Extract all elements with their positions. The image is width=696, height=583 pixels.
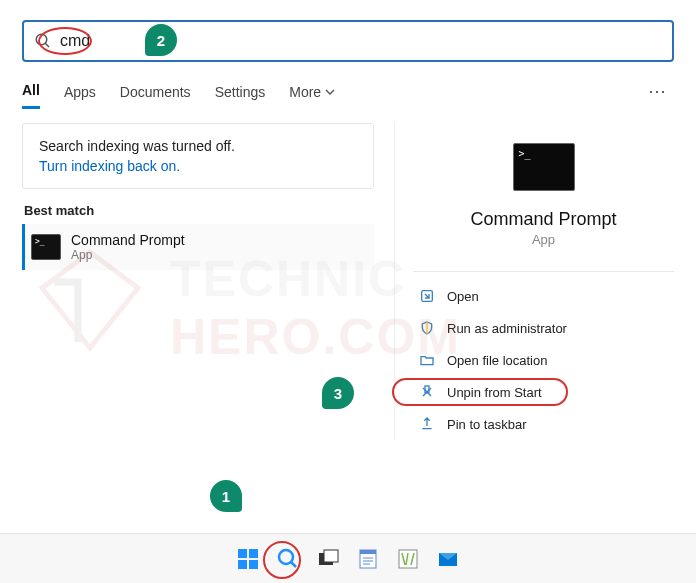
preview-title: Command Prompt [470,209,616,230]
annotation-ring-search [38,27,92,55]
notepad-plus-icon [396,547,420,571]
svg-rect-4 [238,549,247,558]
tab-settings[interactable]: Settings [215,76,266,108]
svg-rect-7 [249,560,258,569]
mail-button[interactable] [434,545,462,573]
notice-text: Search indexing was turned off. [39,138,357,154]
folder-icon [419,352,435,368]
callout-3: 3 [322,377,354,409]
command-prompt-icon [31,234,61,260]
start-button[interactable] [234,545,262,573]
search-box[interactable] [22,20,674,62]
svg-rect-11 [324,550,338,562]
search-row [0,0,696,74]
action-open-loc-label: Open file location [447,353,547,368]
pin-icon [419,416,435,432]
best-match-label: Best match [24,203,374,218]
command-prompt-large-icon [513,143,575,191]
svg-rect-6 [238,560,247,569]
task-view-button[interactable] [314,545,342,573]
mail-icon [436,547,460,571]
divider [413,271,674,272]
tab-apps[interactable]: Apps [64,76,96,108]
tabs-row: All Apps Documents Settings More ⋯ [0,74,696,109]
shield-icon [419,320,435,336]
action-run-admin[interactable]: Run as administrator [413,312,674,344]
result-title: Command Prompt [71,232,185,248]
windows-icon [236,547,260,571]
turn-indexing-on-link[interactable]: Turn indexing back on. [39,158,357,174]
more-options-button[interactable]: ⋯ [648,80,668,102]
action-run-admin-label: Run as administrator [447,321,567,336]
svg-rect-5 [249,549,258,558]
svg-rect-17 [399,550,417,568]
chevron-down-icon [325,87,335,97]
preview-header: Command Prompt App [413,123,674,263]
tab-more-label: More [289,84,321,100]
preview-sub: App [532,232,555,247]
action-pin-taskbar[interactable]: Pin to taskbar [413,408,674,440]
action-open-location[interactable]: Open file location [413,344,674,376]
result-text: Command Prompt App [71,232,185,262]
result-sub: App [71,248,185,262]
tab-documents[interactable]: Documents [120,76,191,108]
callout-2: 2 [145,24,177,56]
action-pin-label: Pin to taskbar [447,417,527,432]
taskbar [0,533,696,583]
tab-more[interactable]: More [289,76,335,108]
annotation-ring-run-admin [392,378,568,406]
tab-all[interactable]: All [22,74,40,109]
svg-rect-13 [360,550,376,554]
annotation-ring-taskbar-search [263,541,301,579]
task-view-icon [316,547,340,571]
notepad-button[interactable] [354,545,382,573]
result-command-prompt[interactable]: Command Prompt App [22,224,374,270]
action-open-label: Open [447,289,479,304]
indexing-notice: Search indexing was turned off. Turn ind… [22,123,374,189]
notepad-plus-button[interactable] [394,545,422,573]
callout-1: 1 [210,480,242,512]
notepad-icon [356,547,380,571]
action-open[interactable]: Open [413,280,674,312]
open-icon [419,288,435,304]
